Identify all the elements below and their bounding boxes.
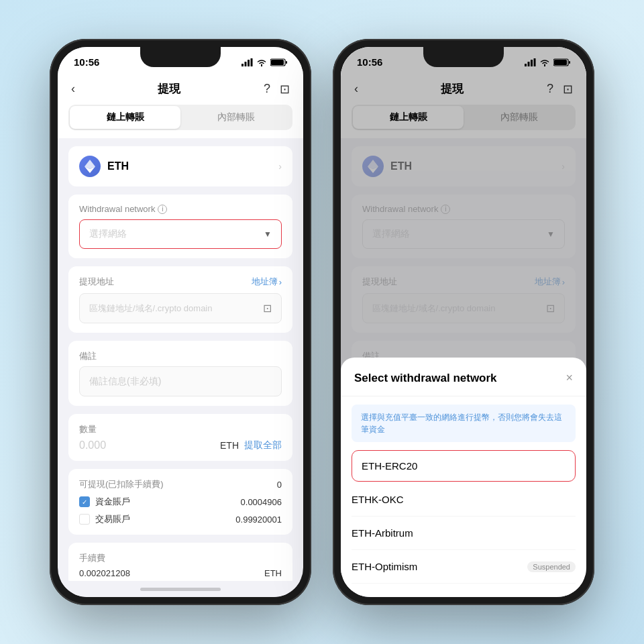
network-placeholder-left: 選擇網絡 (89, 228, 127, 240)
eth-icon-left (79, 156, 101, 177)
fee-row-left: 0.002021208 ETH (79, 568, 282, 578)
network-dropdown-left[interactable]: 選擇網絡 ▼ (79, 219, 282, 249)
tab-internal-left[interactable]: 內部轉賬 (180, 106, 291, 129)
fee-section-left: 手續費 0.002021208 ETH (68, 543, 292, 581)
header-icons-left: ? ⊡ (264, 82, 290, 97)
overlay-backdrop[interactable]: Select withdrawal network × 選擇與充值平臺一致的網絡… (341, 47, 586, 597)
network-item-erc20[interactable]: ETH-ERC20 (352, 450, 576, 482)
close-panel-button[interactable]: × (566, 371, 573, 385)
notch-right (423, 47, 504, 67)
network-item-arbitrum[interactable]: ETH-Arbitrum (352, 517, 576, 550)
available-value-left: 0 (277, 480, 282, 490)
status-icons-left (241, 58, 287, 66)
network-info-icon-left[interactable]: i (158, 205, 167, 214)
network-panel: Select withdrawal network × 選擇與充值平臺一致的網絡… (341, 358, 586, 597)
network-name-arbitrum: ETH-Arbitrum (352, 527, 413, 539)
svg-rect-2 (248, 60, 250, 66)
panel-warning: 選擇與充值平臺一致的網絡進行提幣，否則您將會失去這筆資金 (352, 405, 576, 442)
address-book-link-left[interactable]: 地址簿 › (252, 276, 282, 288)
home-indicator-left (58, 581, 303, 597)
address-input-left[interactable]: 區塊鏈地址/域名/.crypto domain ⊡ (79, 293, 282, 323)
notch (140, 47, 221, 67)
svg-rect-6 (286, 61, 287, 64)
amount-section-left: 數量 0.000 ETH 提取全部 (68, 414, 292, 461)
chevron-right-icon-left: › (278, 161, 282, 172)
home-bar-left (140, 588, 221, 591)
remark-placeholder-left: 備註信息(非必填) (89, 376, 161, 386)
amount-all-btn-left[interactable]: 提取全部 (244, 439, 282, 451)
amount-currency-left: ETH (220, 440, 239, 451)
trading-account-label: 交易賬戶 (95, 513, 130, 525)
address-placeholder-left: 區塊鏈地址/域名/.crypto domain (89, 303, 213, 315)
amount-label-left: 數量 (79, 423, 282, 435)
svg-rect-1 (245, 62, 247, 66)
address-section-left: 提現地址 地址簿 › 區塊鏈地址/域名/.crypto domain ⊡ (68, 266, 292, 333)
suspended-badge-optimism: Suspended (527, 561, 576, 572)
panel-title: Select withdrawal network (354, 372, 497, 385)
wifi-icon (256, 58, 267, 66)
svg-rect-5 (271, 60, 284, 65)
signal-icon (241, 58, 253, 66)
left-phone: 10:56 (50, 39, 311, 605)
remark-section-left: 備註 備註信息(非必填) (68, 341, 292, 406)
checkmark: ✓ (82, 498, 87, 506)
address-label-left: 提現地址 (79, 276, 114, 288)
asset-left: ETH (79, 156, 129, 177)
fund-account-left: ✓ 資金賬戶 (79, 496, 130, 508)
network-name-okc: ETHK-OKC (352, 494, 404, 505)
trading-account-row: 交易賬戶 0.99920001 (79, 513, 282, 525)
network-item-optimism[interactable]: ETH-Optimism Suspended (352, 550, 576, 584)
available-label-left: 可提現(已扣除手續費) (79, 478, 164, 490)
app-header-left: ‹ 提現 ? ⊡ (58, 73, 303, 105)
network-name-optimism: ETH-Optimism (352, 561, 417, 572)
asset-selector-left[interactable]: ETH › (68, 146, 292, 186)
fund-account-checkbox[interactable]: ✓ (79, 496, 90, 507)
fee-label-left: 手續費 (79, 552, 282, 564)
amount-row-left: 0.000 ETH 提取全部 (79, 439, 282, 451)
history-icon-left[interactable]: ⊡ (280, 82, 290, 97)
battery-icon (270, 58, 287, 66)
fund-account-value: 0.0004906 (241, 497, 282, 507)
remark-label-left: 備註 (79, 350, 282, 362)
network-name-erc20: ETH-ERC20 (362, 460, 417, 472)
content-left: ETH › Withdrawal network i 選擇網絡 ▼ 提現地址 (58, 138, 303, 581)
network-section-left: Withdrawal network i 選擇網絡 ▼ (68, 195, 292, 258)
back-button-left[interactable]: ‹ (71, 82, 75, 96)
fee-value-left: 0.002021208 (79, 568, 130, 578)
svg-rect-0 (241, 64, 244, 66)
available-row-left: 可提現(已扣除手續費) 0 (79, 478, 282, 490)
network-label-left: Withdrawal network i (79, 204, 282, 214)
network-list: ETH-ERC20 ETHK-OKC ETH-Arbitrum ETH-Opti… (341, 450, 586, 597)
right-screen: 10:56 (341, 47, 586, 597)
available-section-left: 可提現(已扣除手續費) 0 ✓ 資金賬戶 0.0004906 交易賬 (68, 469, 292, 535)
right-phone: 10:56 (333, 39, 594, 605)
network-item-okc[interactable]: ETHK-OKC (352, 483, 576, 517)
address-row-left: 提現地址 地址簿 › (79, 276, 282, 288)
page-title-left: 提現 (158, 81, 180, 97)
svg-rect-3 (251, 58, 253, 66)
trading-account-checkbox[interactable] (79, 514, 90, 525)
dropdown-arrow-left: ▼ (264, 229, 272, 239)
asset-name-left: ETH (107, 160, 129, 172)
status-time-left: 10:56 (74, 56, 99, 68)
eth-logo-left (85, 160, 95, 173)
tab-onchain-left[interactable]: 鏈上轉賬 (70, 106, 180, 129)
amount-right: ETH 提取全部 (220, 439, 282, 451)
tabs-container-left: 鏈上轉賬 內部轉賬 (58, 105, 303, 138)
trading-account-value: 0.99920001 (235, 515, 282, 525)
fund-account-label: 資金賬戶 (95, 496, 130, 508)
fund-account-row: ✓ 資金賬戶 0.0004906 (79, 496, 282, 508)
panel-header: Select withdrawal network × (341, 358, 586, 396)
remark-input-left[interactable]: 備註信息(非必填) (79, 366, 282, 396)
trading-account-left: 交易賬戶 (79, 513, 130, 525)
fee-currency-left: ETH (264, 568, 282, 578)
left-screen: 10:56 (58, 47, 303, 597)
tabs-left: 鏈上轉賬 內部轉賬 (68, 105, 292, 130)
help-icon-left[interactable]: ? (264, 82, 270, 97)
scan-icon-left[interactable]: ⊡ (263, 302, 272, 315)
amount-input-left[interactable]: 0.000 (79, 439, 106, 451)
